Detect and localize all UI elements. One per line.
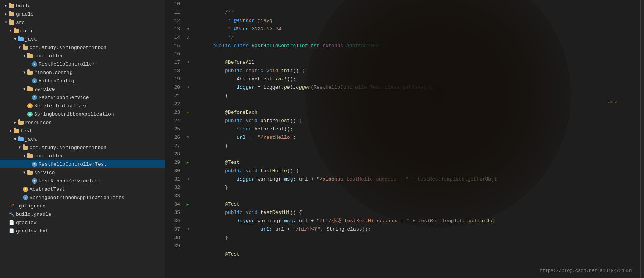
- sidebar-item-controller-test[interactable]: controller: [0, 152, 165, 160]
- sidebar-item-label: RestRibbonService: [39, 95, 89, 101]
- sidebar-item-com-study[interactable]: com.study.springbootribbon: [0, 43, 165, 52]
- code-line-19: logger = Logger.getLogger(RestHelloContr…: [195, 75, 640, 83]
- code-line-13: */: [195, 25, 640, 33]
- gutter-fold-31[interactable]: ⊟: [184, 175, 192, 184]
- sidebar-item-label: .gitignore: [16, 203, 46, 209]
- sidebar-item-ribbon-config[interactable]: ribbon.config: [0, 68, 165, 77]
- arrow-icon: [21, 87, 27, 91]
- arrow-icon: [21, 54, 27, 58]
- sidebar-item-SpringbootribbonApplicationTests[interactable]: T SpringbootribbonApplicationTests: [0, 193, 165, 202]
- sidebar-item-resources[interactable]: resources: [0, 118, 165, 127]
- sidebar-item-controller[interactable]: controller: [0, 52, 165, 60]
- gutter-fold-13[interactable]: ⊟: [184, 25, 192, 33]
- sidebar-item-service-test[interactable]: service: [0, 168, 165, 177]
- code-line-23: public void beforeTest() {: [195, 108, 640, 117]
- arrow-icon: [3, 3, 9, 8]
- arrow-icon: [12, 120, 18, 125]
- sidebar-item-label: service: [34, 170, 55, 176]
- code-line-33: @Test: [195, 192, 640, 200]
- gutter-fold-14[interactable]: ↺: [184, 33, 192, 42]
- sidebar-item-RestHelloController[interactable]: C RestHelloController: [0, 60, 165, 68]
- arrow-icon: [8, 29, 14, 33]
- sidebar-item-build-gradle[interactable]: 🔧 build.gradle: [0, 210, 165, 218]
- code-line-25: url += "/restHello";: [195, 125, 640, 134]
- code-line-30: logger.warning( msg: url + "/xiaohua tes…: [195, 167, 640, 175]
- sidebar-item-gradle[interactable]: gradle: [0, 10, 165, 18]
- sidebar-item-gradlew[interactable]: 📄 gradlew: [0, 218, 165, 227]
- sidebar-item-com-study-test[interactable]: com.study.springbootribbon: [0, 143, 165, 152]
- sidebar-item-label: src: [16, 20, 25, 25]
- sidebar-item-label: gradle: [16, 11, 34, 17]
- arrow-icon: [21, 171, 27, 175]
- sidebar-item-ServletInitializer[interactable]: C ServletInitializer: [0, 102, 165, 110]
- gutter-line-38: [184, 234, 192, 242]
- arrow-icon: [21, 71, 27, 75]
- sidebar-item-RestRibbonService[interactable]: C RestRibbonService: [0, 93, 165, 102]
- sidebar-item-label: ribbon.config: [34, 70, 72, 75]
- code-editor: 10 11 12 13 14 15 16 17 18 19 20 21 22 2…: [165, 0, 644, 278]
- code-line-14: public class RestHelloControllerTest ext…: [195, 33, 640, 42]
- sidebar-item-label: gradlew.bat: [16, 228, 49, 234]
- sidebar-item-label: java: [25, 36, 37, 42]
- code-line-11: * @author jiayq: [195, 8, 640, 17]
- sidebar-item-build[interactable]: build: [0, 2, 165, 10]
- sidebar-item-label: RibbonConfig: [39, 78, 74, 84]
- code-line-39: @Test: [195, 242, 640, 250]
- gutter-line-30: [184, 167, 192, 175]
- arrow-icon: [3, 12, 9, 16]
- code-line-35: logger.warning( msg: url + "/hi/小花 testR…: [195, 209, 640, 217]
- sidebar-item-label: controller: [34, 153, 64, 159]
- sidebar-item-RestHelloControllerTest[interactable]: T RestHelloControllerTest: [0, 160, 165, 168]
- code-line-37: }: [195, 225, 640, 234]
- sidebar-item-RibbonConfig[interactable]: C RibbonConfig: [0, 77, 165, 85]
- sidebar-item-java[interactable]: java: [0, 35, 165, 43]
- gutter-fold-37[interactable]: ⊟: [184, 225, 192, 234]
- arrow-icon: [12, 37, 18, 41]
- code-line-18: AbstractTest.init();: [195, 67, 640, 75]
- gutter-line-22: [184, 100, 192, 108]
- sidebar-item-label: java: [25, 137, 37, 142]
- sidebar-item-java-test[interactable]: java: [0, 135, 165, 143]
- gutter-line-10: [184, 0, 192, 8]
- gutter-line-25: [184, 125, 192, 134]
- sidebar-item-gradlew-bat[interactable]: 📄 gradlew.bat: [0, 227, 165, 235]
- gutter-line-24: [184, 117, 192, 125]
- arrow-icon: [21, 154, 27, 158]
- arrow-icon: [17, 146, 23, 150]
- sidebar-item-test[interactable]: test: [0, 127, 165, 135]
- gutter-run-34[interactable]: ▶: [184, 200, 192, 209]
- gutter-run-29[interactable]: ▶: [184, 159, 192, 167]
- sidebar-item-label: resources: [25, 120, 52, 126]
- sidebar-item-src[interactable]: src: [0, 18, 165, 27]
- code-line-21: [195, 92, 640, 100]
- code-line-20: }: [195, 83, 640, 92]
- sidebar-item-label: RestRibbonServiceTest: [39, 178, 101, 184]
- file-tree-sidebar[interactable]: build gradle src main java: [0, 0, 165, 278]
- sidebar-item-label: SpringbootribbonApplication: [34, 112, 114, 117]
- sidebar-item-label: AbstractTest: [30, 187, 65, 192]
- sidebar-item-label: gradlew: [16, 220, 37, 226]
- sidebar-item-SpringbootribbonApplication[interactable]: A SpringbootribbonApplication: [0, 110, 165, 118]
- gutter-line-11: [184, 8, 192, 17]
- sidebar-item-service[interactable]: service: [0, 85, 165, 93]
- gutter-fold-26[interactable]: ⊟: [184, 134, 192, 142]
- code-line-15: [195, 42, 640, 50]
- gutter-line-27: [184, 142, 192, 150]
- gutter-line-28: [184, 150, 192, 159]
- sidebar-item-RestRibbonServiceTest[interactable]: T RestRibbonServiceTest: [0, 177, 165, 185]
- sidebar-item-AbstractTest[interactable]: A AbstractTest: [0, 185, 165, 193]
- sidebar-item-main[interactable]: main: [0, 27, 165, 35]
- code-line-34: public void testRestHi() {: [195, 200, 640, 209]
- code-line-12: * @Date 2020-02-24: [195, 17, 640, 25]
- arrow-icon: [8, 129, 14, 133]
- sidebar-item-gitignore[interactable]: ⎇ .gitignore: [0, 202, 165, 210]
- gutter-fold-17[interactable]: ⊟: [184, 58, 192, 67]
- gutter-fold-20[interactable]: ⊟: [184, 83, 192, 92]
- editor-scrollbar[interactable]: [640, 0, 644, 278]
- code-line-22: @BeforeEach: [195, 100, 640, 108]
- code-line-16: @BeforeAll: [195, 50, 640, 58]
- gutter-line-32: [184, 184, 192, 192]
- sidebar-item-label: build: [16, 3, 31, 9]
- gutter-line-35: [184, 209, 192, 217]
- gutter-bp-23[interactable]: ●: [184, 108, 192, 117]
